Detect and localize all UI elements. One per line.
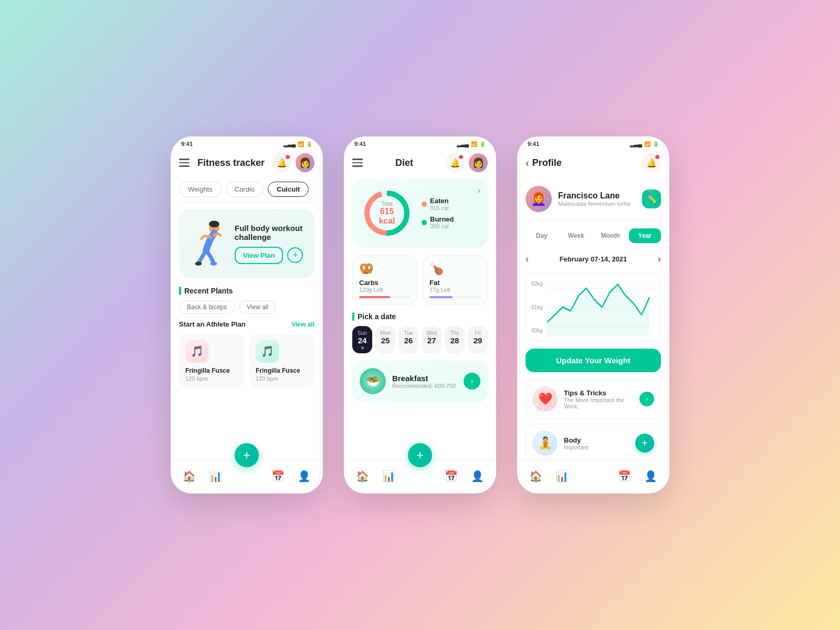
phone-diet: 9:41 ▂▃▄ 📶 🔋 Diet 🔔 👩 xyxy=(344,136,496,494)
tab-cuicuit[interactable]: Cuicuit xyxy=(268,182,309,197)
notification-badge xyxy=(285,154,290,160)
tips-info: Tips & Tricks The More Important the Wor… xyxy=(564,389,633,410)
profile-info: Francisco Lane Malesuada fermentum torto… xyxy=(558,191,631,207)
status-time-2: 9:41 xyxy=(354,141,366,147)
nav-home-3[interactable]: 🏠 xyxy=(528,469,543,484)
next-range-button[interactable]: › xyxy=(658,254,661,265)
chart-legend: Eaten 315 cal Burned 300 cal xyxy=(422,197,454,229)
diet-header: Diet 🔔 👩 xyxy=(352,149,488,178)
diet-notification-badge xyxy=(458,154,464,160)
diet-menu-icon[interactable] xyxy=(352,159,363,167)
back-button[interactable]: ‹ Profile xyxy=(526,157,562,169)
date-chip-fri[interactable]: Fri 29 xyxy=(468,326,488,353)
edit-profile-button[interactable]: ✏️ xyxy=(642,190,661,208)
date-chip-mon[interactable]: Mon 25 xyxy=(375,326,395,353)
tag-view-all[interactable]: View all xyxy=(239,300,276,314)
date-chip-tue[interactable]: Tue 26 xyxy=(398,326,418,353)
tab-weights[interactable]: Weights xyxy=(179,182,222,197)
status-icons-3: ▂▃▄ 📶 🔋 xyxy=(630,141,659,147)
period-year[interactable]: Year xyxy=(629,228,662,243)
workout-info: Full body workout challenge View Plan + xyxy=(235,224,306,264)
y-label-81: 81kg xyxy=(531,304,543,310)
body-icon: 🧘 xyxy=(532,430,558,456)
eaten-val: 315 cal xyxy=(430,205,448,211)
date-chip-thu[interactable]: Ths 28 xyxy=(445,326,465,353)
profile-notification-button[interactable]: 🔔 xyxy=(642,153,661,172)
prev-range-button[interactable]: ‹ xyxy=(526,254,529,265)
signal-icon-2: ▂▃▄ xyxy=(457,141,469,147)
card-icon-1: 🎵 xyxy=(185,340,208,363)
period-day[interactable]: Day xyxy=(526,228,558,243)
tips-expand-button[interactable]: › xyxy=(639,392,654,406)
tips-icon: ❤️ xyxy=(532,386,558,412)
carbs-bar-bg xyxy=(359,296,411,298)
add-workout-button[interactable]: + xyxy=(287,247,303,263)
status-icons-1: ▂▃▄ 📶 🔋 xyxy=(284,141,312,147)
update-weight-button[interactable]: Update Your Weight xyxy=(526,349,661,372)
diet-user-avatar[interactable]: 👩 xyxy=(469,153,488,172)
workout-card-2[interactable]: 🎵 Fringilla Fusce 120 bpm xyxy=(249,333,314,388)
nav-person-2[interactable]: 👤 xyxy=(470,469,485,484)
burned-val: 300 cal xyxy=(430,223,454,229)
carbs-name: Carbs xyxy=(359,279,411,287)
date-dot xyxy=(361,346,364,349)
nav-calendar-2[interactable]: 📅 xyxy=(444,469,458,484)
athlete-title: Start an Athlete Plan xyxy=(179,320,246,328)
view-plan-button[interactable]: View Plan xyxy=(235,247,283,264)
date-chip-wed[interactable]: Wed 27 xyxy=(422,326,442,353)
nav-chart-3[interactable]: 📊 xyxy=(555,469,570,484)
svg-text:🥗: 🥗 xyxy=(366,374,381,388)
diet-notification-button[interactable]: 🔔 xyxy=(446,153,465,172)
nav-person-3[interactable]: 👤 xyxy=(644,469,658,484)
macro-card-carbs: 🥨 Carbs 120g Left xyxy=(352,255,417,305)
workout-card-1[interactable]: 🎵 Fringilla Fusce 120 bpm xyxy=(179,333,244,388)
profile-card: 👩‍🦰 Francisco Lane Malesuada fermentum t… xyxy=(526,180,661,221)
athlete-view-all[interactable]: View all xyxy=(291,321,314,328)
donut-card: Total 615 kcal Eaten 315 cal xyxy=(352,178,488,248)
user-avatar[interactable]: 👩 xyxy=(296,153,314,172)
nav-chart-1[interactable]: 📊 xyxy=(208,469,223,484)
status-time-1: 9:41 xyxy=(181,141,193,147)
workout-figure xyxy=(187,217,229,270)
profile-page-title: Profile xyxy=(532,158,562,169)
phone-fitness-tracker: 9:41 ▂▃▄ 📶 🔋 Fitness tracker 🔔 xyxy=(171,136,323,494)
nav-home-2[interactable]: 🏠 xyxy=(355,469,370,484)
body-add-button[interactable]: + xyxy=(635,434,654,453)
wifi-icon-2: 📶 xyxy=(471,141,477,147)
period-month[interactable]: Month xyxy=(594,228,627,243)
legend-burned: Burned 300 cal xyxy=(422,215,454,229)
nav-chart-2[interactable]: 📊 xyxy=(382,469,396,484)
period-week[interactable]: Week xyxy=(560,228,593,243)
status-icons-2: ▂▃▄ 📶 🔋 xyxy=(457,141,486,147)
profile-avatar: 👩‍🦰 xyxy=(526,186,552,212)
diet-header-icons: 🔔 👩 xyxy=(446,153,488,172)
menu-icon[interactable] xyxy=(179,159,190,167)
date-row: Sun 24 Mon 25 Tue 26 Wed 27 xyxy=(352,326,488,353)
bell-icon: 🔔 xyxy=(277,158,287,168)
card-name-2: Fringilla Fusce xyxy=(256,367,308,374)
eaten-label: Eaten xyxy=(430,197,448,205)
main-fab-2[interactable]: + xyxy=(408,443,432,467)
card-bpm-2: 120 bpm xyxy=(256,375,308,382)
date-chip-sun[interactable]: Sun 24 xyxy=(352,326,372,353)
donut-expand-button[interactable]: › xyxy=(478,186,480,195)
fat-bar-bg xyxy=(429,296,481,298)
body-subtitle: Important xyxy=(564,444,588,450)
tab-cardio[interactable]: Cardio xyxy=(226,182,264,197)
meal-sub: Recommended: 600-700 xyxy=(392,383,457,389)
tag-back-biceps[interactable]: Back & biceps xyxy=(179,300,235,314)
nav-calendar-3[interactable]: 📅 xyxy=(617,469,632,484)
macro-card-fat: 🍗 Fat 77g Left xyxy=(423,255,488,305)
wifi-icon: 📶 xyxy=(298,141,304,147)
fat-icon: 🍗 xyxy=(429,262,481,276)
nav-home-1[interactable]: 🏠 xyxy=(182,469,196,484)
meal-expand-button[interactable]: › xyxy=(464,373,480,390)
recent-plants-header: Recent Plants xyxy=(179,287,314,295)
fat-name: Fat xyxy=(429,279,481,287)
nav-person-1[interactable]: 👤 xyxy=(297,469,312,484)
nav-calendar-1[interactable]: 📅 xyxy=(270,469,285,484)
back-arrow-icon: ‹ xyxy=(526,157,529,169)
notification-button[interactable]: 🔔 xyxy=(272,153,291,172)
status-time-3: 9:41 xyxy=(528,141,539,147)
main-fab-1[interactable]: + xyxy=(235,443,259,467)
